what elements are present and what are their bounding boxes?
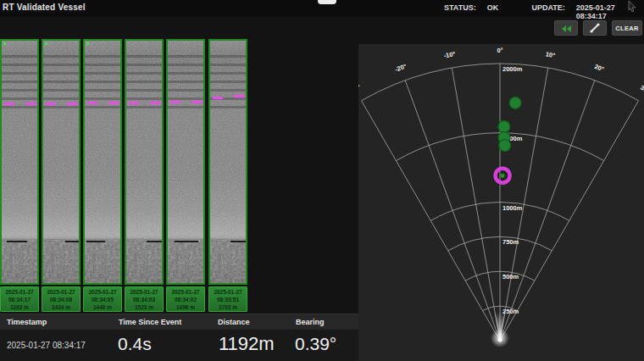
seafloor-line <box>7 241 27 242</box>
strip-range: 1424 m <box>42 303 80 311</box>
status-bar: STATUS: OK UPDATE: 2025-01-27 08:34:17 <box>444 3 644 20</box>
track-line <box>85 102 122 105</box>
strip-timestamp-label: 2025-01-2708:34:031523 m <box>125 286 164 312</box>
track-line <box>168 101 205 104</box>
track-line <box>210 97 247 100</box>
history-button[interactable] <box>554 20 578 36</box>
strip-timestamp-label: 2025-01-2708:34:081424 m <box>42 286 80 312</box>
strip-range: 1440 m <box>84 303 121 311</box>
strip-date: 2025-01-27 <box>209 288 247 296</box>
strip-range: 1496 m <box>167 303 204 311</box>
angle-tick-label: -30° <box>358 83 362 96</box>
strip-timestamp-label: 2025-01-2708:33:511703 m <box>208 286 247 312</box>
strip-time: 08:34:02 <box>167 296 204 303</box>
strip-time: 08:34:17 <box>1 296 38 303</box>
sonar-strip[interactable]: 2025-01-2708:33:511703 m <box>208 39 247 312</box>
angle-tick-label: -20° <box>394 63 408 74</box>
col-time-since-event: Time Since Event <box>119 318 181 326</box>
sensor-origin <box>498 338 502 342</box>
strip-range: 1703 m <box>209 303 247 311</box>
track-line <box>43 103 80 106</box>
range-ring-label: 1000m <box>502 204 523 212</box>
sonar-image <box>42 39 80 285</box>
strip-range: 1192 m <box>1 303 38 311</box>
event-info-table: Timestamp Time Since Event Distance Bear… <box>0 314 363 361</box>
diagonal-arrow-icon <box>588 21 602 35</box>
angle-tick-label: 0° <box>497 47 502 54</box>
strip-time: 08:34:05 <box>84 296 121 303</box>
col-bearing: Bearing <box>296 318 325 326</box>
sonar-strip[interactable]: 2025-01-2708:34:031523 m <box>125 39 164 312</box>
app-window: RT Validated Vessel STATUS: OK UPDATE: 2… <box>0 0 644 361</box>
strip-time: 08:34:08 <box>42 296 80 303</box>
clear-button[interactable]: CLEAR <box>612 20 642 36</box>
angle-tick-label: 20° <box>593 63 605 73</box>
sonar-strip[interactable]: 2025-01-2708:34:051440 m <box>83 39 122 312</box>
detection-dot-icon <box>3 42 6 45</box>
status-label: STATUS: <box>444 3 476 20</box>
strip-date: 2025-01-27 <box>125 288 163 296</box>
bearing-range-fan-chart: -30°-20°-10°0°10°20°30°250m500m750m1000m… <box>358 44 644 361</box>
bearing-line <box>452 68 500 341</box>
distance-value: 1192m <box>219 333 275 355</box>
bearing-value: 0.39° <box>295 334 336 354</box>
sonar-image <box>166 39 205 285</box>
strip-date: 2025-01-27 <box>84 288 121 296</box>
header-bar: RT Validated Vessel STATUS: OK UPDATE: 2… <box>0 0 644 17</box>
bearing-line <box>362 101 501 341</box>
range-ring-label: 2000m <box>502 65 523 73</box>
timestamp-value: 2025-01-27 08:34:17 <box>7 341 86 350</box>
seafloor-line <box>65 241 80 242</box>
vessel-dot-marker[interactable] <box>498 120 510 132</box>
track-line <box>2 103 39 106</box>
cutoff-graphic <box>318 0 336 4</box>
sonar-image <box>83 39 122 285</box>
strip-timestamp-label: 2025-01-2708:34:051440 m <box>83 286 122 312</box>
bearing-line <box>405 81 500 341</box>
sonar-strip[interactable]: 2025-01-2708:34:171192 m <box>0 39 39 312</box>
time-since-event-value: 0.4s <box>118 334 152 354</box>
sonar-strip-row: 2025-01-2708:34:171192 m2025-01-2708:34:… <box>0 39 251 312</box>
table-header-row: Timestamp Time Since Event Distance Bear… <box>0 314 363 330</box>
validated-vessel-ring-marker[interactable] <box>496 169 510 183</box>
seafloor-line <box>230 241 247 242</box>
angle-tick-label: 30° <box>639 84 644 95</box>
page-title: RT Validated Vessel <box>3 3 86 12</box>
strip-date: 2025-01-27 <box>42 288 80 296</box>
track-line <box>126 102 164 105</box>
sonar-strip[interactable]: 2025-01-2708:34:081424 m <box>42 39 80 312</box>
seafloor-line <box>86 241 105 242</box>
update-label: UPDATE: <box>531 3 564 20</box>
vessel-dot-marker[interactable] <box>509 97 521 108</box>
mouse-cursor-icon <box>628 1 636 12</box>
expand-button[interactable] <box>583 20 607 36</box>
sonar-strip[interactable]: 2025-01-2708:34:021496 m <box>166 39 205 312</box>
strip-time: 08:33:51 <box>209 296 247 303</box>
col-timestamp: Timestamp <box>7 318 47 326</box>
angle-tick-label: -10° <box>443 50 456 59</box>
range-ring-label: 500m <box>502 273 519 280</box>
vessel-dot-marker[interactable] <box>499 140 511 152</box>
sonar-image <box>0 39 39 285</box>
green-rewind-icon <box>561 20 571 36</box>
strip-time: 08:34:03 <box>125 296 163 303</box>
col-distance: Distance <box>218 318 250 326</box>
strip-timestamp-label: 2025-01-2708:34:171192 m <box>0 286 39 312</box>
seafloor-line <box>175 241 198 242</box>
seafloor-line <box>147 241 164 242</box>
detection-dot-icon <box>86 42 89 45</box>
range-ring-label: 750m <box>502 238 519 246</box>
strip-timestamp-label: 2025-01-2708:34:021496 m <box>166 286 205 312</box>
strip-range: 1523 m <box>125 303 163 311</box>
strip-date: 2025-01-27 <box>1 288 38 296</box>
angle-tick-label: 10° <box>545 50 556 59</box>
sonar-image <box>125 39 164 285</box>
polar-chart-panel: -30°-20°-10°0°10°20°30°250m500m750m1000m… <box>358 44 644 361</box>
sonar-image <box>208 39 247 285</box>
strip-date: 2025-01-27 <box>167 288 204 296</box>
status-value: OK <box>487 3 499 20</box>
detection-dot-icon <box>45 42 47 45</box>
